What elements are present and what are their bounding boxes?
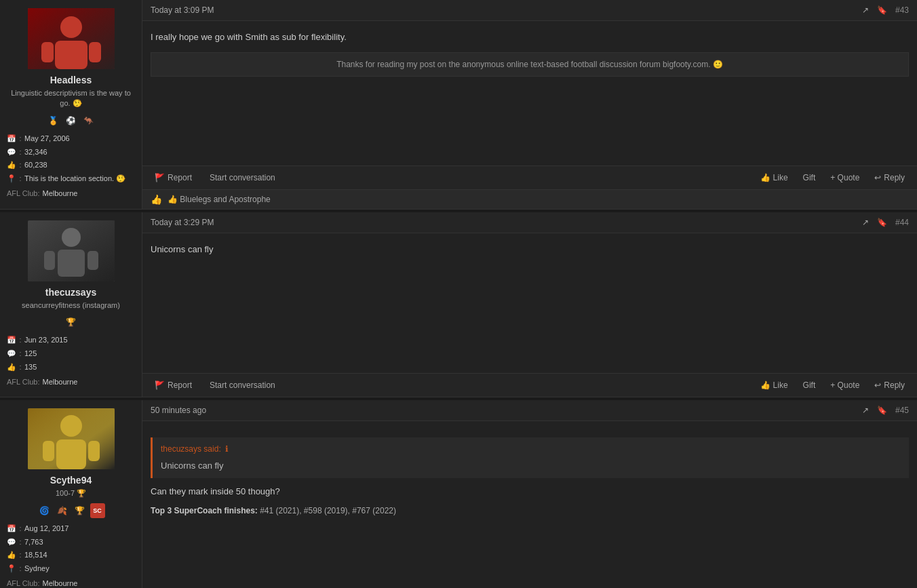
afl-club: Melbourne <box>43 187 78 201</box>
avatar-headless <box>28 8 115 69</box>
svg-point-14 <box>60 415 82 437</box>
badge-2: ⚽ <box>64 113 79 128</box>
location-text-3: Sydney <box>24 562 50 576</box>
share-icon[interactable]: ↗ <box>862 5 869 15</box>
location-text: This is the location section. 🤥 <box>24 172 125 186</box>
gift-button-43[interactable]: Gift <box>799 172 820 184</box>
afl-club-2: Melbourne <box>43 376 78 389</box>
avatar-thecuzsays <box>28 220 115 281</box>
svg-rect-11 <box>87 251 98 270</box>
supercoach-label: Top 3 SuperCoach finishes: <box>151 506 258 515</box>
start-conv-label: Start conversation <box>210 173 275 182</box>
footer-right-44: 👍 Like Gift + Quote ↩ Reply <box>756 379 909 391</box>
post-content-45: 50 minutes ago ↗ 🔖 #45 thecuzsays said: … <box>142 400 917 588</box>
badge-scythe-3: 🏆 <box>73 503 87 518</box>
username-headless[interactable]: Headless <box>50 75 92 85</box>
start-conversation-button-44[interactable]: Start conversation <box>206 379 279 391</box>
svg-point-8 <box>62 228 81 247</box>
post-number-45: #45 <box>895 406 909 415</box>
username-scythe94[interactable]: Scythe94 <box>50 475 92 486</box>
like-label: Like <box>773 173 788 182</box>
post-body-43: I really hope we go with Smith as sub fo… <box>142 21 917 165</box>
username-thecuzsays[interactable]: thecuzsays <box>45 287 96 298</box>
report-label: Report <box>168 173 192 182</box>
likers-row-43: 👍 👍 Bluelegs and Apostrophe <box>142 189 917 209</box>
user-sidebar-scythe94: Scythe94 100-7 🏆 🌀 🍂 🏆 SC 📅 : Aug 12, 20… <box>0 400 142 588</box>
post-time-44: Today at 3:29 PM <box>151 218 214 227</box>
start-conv-label-44: Start conversation <box>210 380 275 390</box>
reactions-count: 60,238 <box>24 159 47 172</box>
supercoach-line-45: Top 3 SuperCoach finishes: #41 (2021), #… <box>151 505 909 517</box>
joined-date-3: Aug 12, 2017 <box>24 522 69 536</box>
post-footer-44: 🚩 Report Start conversation 👍 Like Gift … <box>142 373 917 397</box>
location-icon: 📍 <box>7 172 16 186</box>
badge-scythe-1: 🌀 <box>37 503 52 518</box>
badge-1: 🏅 <box>46 113 61 128</box>
joined-date: May 27, 2006 <box>24 132 70 146</box>
avatar-scythe94 <box>28 408 115 469</box>
quote-button-44[interactable]: + Quote <box>826 379 863 391</box>
afl-icon-2: AFL Club: <box>7 376 40 389</box>
bookmark-icon-45[interactable]: 🔖 <box>877 406 887 415</box>
supercoach-values: #41 (2021), #598 (2019), #767 (2022) <box>260 506 396 515</box>
badge-scythe-2: 🍂 <box>55 503 70 518</box>
share-icon-45[interactable]: ↗ <box>862 406 869 415</box>
post-45: Scythe94 100-7 🏆 🌀 🍂 🏆 SC 📅 : Aug 12, 20… <box>0 400 917 588</box>
post-content-44: Today at 3:29 PM ↗ 🔖 #44 Unicorns can fl… <box>142 212 917 397</box>
reactions-icon-2: 👍 <box>7 361 16 374</box>
svg-rect-4 <box>41 42 54 62</box>
afl-club-3: Melbourne <box>43 577 78 588</box>
quote-label: + Quote <box>830 173 859 182</box>
post-header-45: 50 minutes ago ↗ 🔖 #45 <box>142 400 917 421</box>
gift-label-44: Gift <box>803 380 816 390</box>
share-icon-44[interactable]: ↗ <box>862 218 869 227</box>
forum-signature-43: Thanks for reading my post on the anonym… <box>151 52 909 77</box>
quote-button-43[interactable]: + Quote <box>826 172 863 184</box>
badges-scythe94: 🌀 🍂 🏆 SC <box>37 503 105 518</box>
start-conversation-button-43[interactable]: Start conversation <box>206 172 279 184</box>
afl-icon-3: AFL Club: <box>7 577 40 588</box>
svg-rect-9 <box>58 250 85 277</box>
user-stats-headless: 📅 : May 27, 2006 💬 : 32,346 👍 : 60,238 📍… <box>7 132 135 201</box>
svg-rect-16 <box>43 441 54 461</box>
post-actions-top-44: ↗ 🔖 #44 <box>862 218 909 227</box>
quote-author-45: thecuzsays said: ℹ <box>161 443 901 455</box>
like-icon-small: 👍 <box>151 194 162 205</box>
post-header-43: Today at 3:09 PM ↗ 🔖 #43 <box>142 0 917 21</box>
footer-right-43: 👍 Like Gift + Quote ↩ Reply <box>756 172 909 184</box>
post-text-45: Can they mark inside 50 though? <box>151 485 909 498</box>
badge-trophy: 🏆 <box>64 315 79 330</box>
report-icon-44: 🚩 <box>155 380 165 390</box>
gift-button-44[interactable]: Gift <box>799 379 820 391</box>
location-icon-3: 📍 <box>7 562 16 576</box>
post-actions-top-43: ↗ 🔖 #43 <box>862 5 909 15</box>
reactions-count-2: 135 <box>24 361 37 374</box>
report-button-43[interactable]: 🚩 Report <box>151 172 196 184</box>
reply-button-43[interactable]: ↩ Reply <box>870 172 909 184</box>
messages-count-3: 7,763 <box>24 536 43 549</box>
quote-author-text: thecuzsays said: <box>161 443 221 455</box>
like-button-44[interactable]: 👍 Like <box>756 379 792 391</box>
like-label-44: Like <box>773 380 788 390</box>
joined-date-2: Jun 23, 2015 <box>24 334 68 347</box>
reply-button-44[interactable]: ↩ Reply <box>870 379 909 391</box>
post-text-43: I really hope we go with Smith as sub fo… <box>151 31 909 44</box>
post-content-43: Today at 3:09 PM ↗ 🔖 #43 I really hope w… <box>142 0 917 209</box>
report-button-44[interactable]: 🚩 Report <box>151 379 196 391</box>
svg-rect-17 <box>88 441 100 461</box>
user-subtitle-scythe94: 100-7 🏆 <box>56 488 86 498</box>
quote-label-44: + Quote <box>830 380 859 390</box>
quote-text-45: Unicorns can fly <box>161 459 901 473</box>
post-number-43: #43 <box>895 5 909 15</box>
info-icon: ℹ <box>225 443 229 455</box>
badges-headless: 🏅 ⚽ 🦘 <box>46 113 96 128</box>
messages-count-2: 125 <box>24 347 37 361</box>
post-43: Headless Linguistic descriptivism is the… <box>0 0 917 210</box>
like-button-43[interactable]: 👍 Like <box>756 172 792 184</box>
bookmark-icon-44[interactable]: 🔖 <box>877 218 887 227</box>
bookmark-icon[interactable]: 🔖 <box>877 5 887 15</box>
badge-scythe-sc: SC <box>90 503 105 518</box>
reply-icon: ↩ <box>874 173 881 182</box>
post-text-44: Unicorns can fly <box>151 243 909 256</box>
user-subtitle-headless: Linguistic descriptivism is the way to g… <box>7 88 135 109</box>
